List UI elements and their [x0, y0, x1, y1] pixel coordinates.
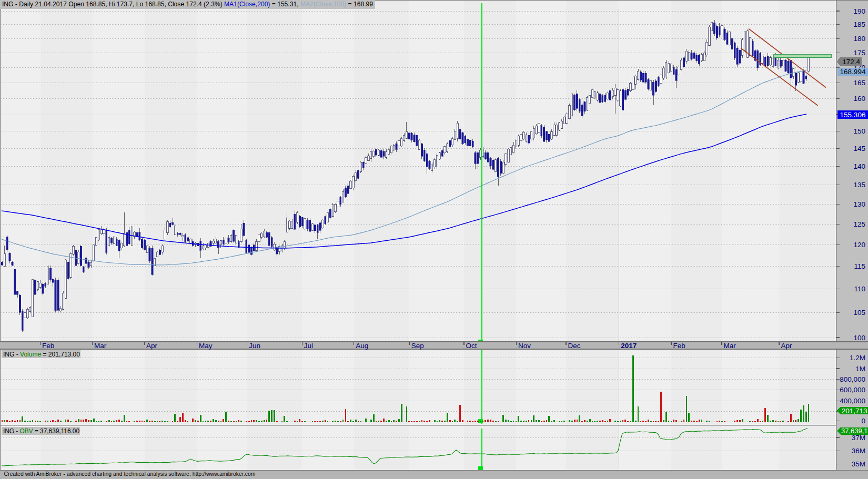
svg-text:172.4: 172.4	[842, 58, 860, 66]
svg-text:140: 140	[853, 162, 865, 170]
svg-text:Oct: Oct	[466, 342, 477, 350]
svg-text:Created with AmiBroker - advan: Created with AmiBroker - advanced charti…	[4, 471, 256, 477]
svg-text:800,000: 800,000	[840, 375, 865, 383]
svg-text:168.994: 168.994	[840, 68, 866, 76]
svg-text:145: 145	[853, 145, 865, 152]
svg-text:190: 190	[853, 7, 865, 15]
svg-text:0: 0	[861, 417, 865, 425]
svg-text:ING - Daily 21.04.2017 Open 16: ING - Daily 21.04.2017 Open 168.85, Hi 1…	[2, 1, 373, 8]
svg-text:120: 120	[853, 241, 865, 249]
svg-text:185: 185	[853, 21, 865, 28]
svg-text:Dec: Dec	[568, 342, 581, 350]
svg-text:201,713: 201,713	[842, 407, 867, 415]
svg-text:155.306: 155.306	[840, 111, 866, 119]
svg-text:135: 135	[853, 181, 865, 189]
svg-text:400,000: 400,000	[840, 397, 865, 405]
svg-text:Jun: Jun	[249, 342, 260, 350]
svg-text:Jul: Jul	[304, 342, 313, 350]
svg-text:175: 175	[853, 49, 865, 57]
svg-text:130: 130	[853, 200, 865, 208]
svg-text:600,000: 600,000	[840, 386, 865, 394]
svg-text:Sep: Sep	[411, 342, 424, 350]
svg-text:May: May	[199, 342, 213, 350]
svg-text:Feb: Feb	[42, 342, 54, 350]
svg-text:Aug: Aug	[356, 342, 368, 350]
svg-text:Nov: Nov	[518, 342, 531, 350]
svg-text:ING - Volume = 201,713.00: ING - Volume = 201,713.00	[3, 351, 80, 358]
svg-text:125: 125	[853, 220, 865, 228]
svg-text:110: 110	[854, 285, 865, 293]
svg-text:Mar: Mar	[724, 342, 736, 350]
svg-text:2017: 2017	[621, 342, 637, 350]
svg-text:35M: 35M	[852, 460, 865, 468]
svg-text:160: 160	[853, 95, 865, 103]
svg-text:105: 105	[853, 309, 865, 317]
svg-text:Mar: Mar	[94, 342, 107, 350]
svg-text:1M: 1M	[855, 365, 865, 373]
svg-text:36M: 36M	[852, 447, 865, 455]
svg-text:37,639,116: 37,639,116	[841, 427, 868, 435]
svg-text:Apr: Apr	[146, 342, 158, 350]
svg-text:ING - OBV = 37,639,116.00: ING - OBV = 37,639,116.00	[3, 427, 79, 435]
svg-text:180: 180	[853, 35, 865, 43]
svg-text:Feb: Feb	[673, 342, 685, 350]
svg-text:150: 150	[853, 127, 865, 135]
svg-text:100: 100	[853, 334, 865, 342]
svg-text:1.2M: 1.2M	[850, 354, 865, 362]
svg-text:Apr: Apr	[781, 342, 793, 350]
svg-text:115: 115	[854, 262, 865, 270]
svg-text:165: 165	[853, 79, 865, 87]
